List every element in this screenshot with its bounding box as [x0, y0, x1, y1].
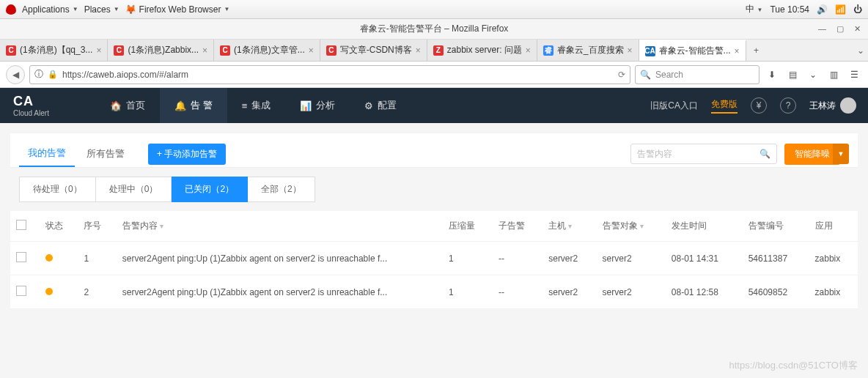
maximize-button[interactable]: ▢ [836, 24, 844, 34]
nav-icon: 📊 [300, 100, 312, 111]
downloads-icon[interactable]: ⬇ [764, 70, 780, 80]
favicon: CA [645, 46, 655, 56]
col-content[interactable]: 告警内容▾ [117, 211, 443, 242]
row-checkbox[interactable] [16, 252, 26, 262]
add-alarm-button[interactable]: + 手动添加告警 [148, 144, 226, 165]
places-menu[interactable]: Places▼ [84, 4, 119, 15]
col-app: 应用 [809, 211, 858, 242]
filter-icon[interactable]: ▾ [160, 222, 163, 230]
close-icon[interactable]: × [202, 45, 207, 56]
nav-item[interactable]: 📊分析 [285, 88, 350, 123]
search-icon: 🔍 [760, 149, 770, 159]
search-icon: 🔍 [640, 70, 651, 80]
close-icon[interactable]: × [628, 45, 633, 56]
avatar [840, 97, 856, 114]
nav-item[interactable]: ≡集成 [227, 88, 286, 123]
network-icon[interactable]: 📶 [835, 4, 846, 15]
alarm-subnav: 我的告警 所有告警 + 手动添加告警 告警内容 🔍 智能降噪 ▼ [10, 133, 858, 168]
redhat-icon [6, 4, 16, 15]
menu-icon[interactable]: ☰ [846, 70, 862, 80]
nav-icon: 🔔 [174, 100, 186, 111]
browser-tab[interactable]: Zzabbix server: 问题× [427, 40, 537, 61]
status-dot [45, 288, 53, 295]
filter-icon[interactable]: ▾ [568, 222, 572, 230]
status-filter: 待处理（0）处理中（0）已关闭（2）全部（2） [0, 168, 868, 211]
close-icon[interactable]: × [735, 46, 740, 56]
tab-label: zabbix server: 问题 [447, 44, 522, 56]
browser-tab[interactable]: C写文章-CSDN博客× [320, 40, 427, 61]
desktop-top-bar: Applications▼ Places▼ 🦊 Firefox Web Brow… [0, 0, 868, 19]
filter-button[interactable]: 全部（2） [248, 177, 315, 202]
table-row[interactable]: 2 server2Agent ping:Up (1)Zabbix agent o… [10, 275, 858, 309]
nav-item[interactable]: ⚙配置 [350, 88, 411, 123]
row-checkbox[interactable] [16, 286, 26, 296]
new-tab-button[interactable]: + [746, 40, 767, 61]
browser-tab[interactable]: C(1条消息)Zabbix...× [108, 40, 214, 61]
col-seq: 序号 [78, 211, 116, 242]
tab-label: 睿象云_百度搜索 [557, 44, 624, 56]
plan-free[interactable]: 免费版 [711, 98, 738, 114]
alarm-search-input[interactable]: 告警内容 🔍 [630, 144, 777, 164]
close-button[interactable]: ✕ [854, 24, 861, 34]
browser-tab[interactable]: 睿睿象云_百度搜索× [537, 40, 639, 61]
user-menu[interactable]: 王林涛 [809, 97, 856, 114]
volume-icon[interactable]: 🔊 [817, 4, 828, 15]
browser-search[interactable]: 🔍 Search [635, 65, 760, 84]
nav-item[interactable]: 🔔告 警 [160, 88, 227, 123]
app-logo[interactable]: CA Cloud Alert [0, 94, 95, 117]
browser-tab[interactable]: C(1条消息)【qq_3...× [0, 40, 108, 61]
power-icon[interactable]: ⏻ [853, 4, 862, 15]
col-id: 告警编号 [743, 211, 809, 242]
filter-button[interactable]: 已关闭（2） [172, 177, 248, 202]
help-icon[interactable]: ? [780, 97, 796, 114]
tab-all-alarms[interactable]: 所有告警 [78, 141, 133, 166]
nav-item[interactable]: 🏠首页 [95, 88, 160, 123]
close-icon[interactable]: × [526, 45, 531, 56]
close-icon[interactable]: × [416, 45, 421, 56]
nav-icon: ≡ [242, 100, 248, 111]
noise-reduction-button[interactable]: 智能降噪 [784, 144, 840, 165]
nav-icon: ⚙ [364, 100, 373, 111]
minimize-button[interactable]: — [818, 24, 826, 34]
browser-toolbar: ◀ ⓘ 🔒 https://caweb.aiops.com/#/alarm ⟳ … [0, 62, 868, 88]
watermark: https://blog.csdn@51CTO博客 [729, 359, 858, 372]
col-child: 子告警 [493, 211, 542, 242]
back-button[interactable]: ◀ [6, 65, 25, 84]
favicon: Z [433, 45, 444, 56]
browser-tab-strip: C(1条消息)【qq_3...×C(1条消息)Zabbix...×C(1条消息)… [0, 40, 868, 62]
legacy-link[interactable]: 旧版CA入口 [650, 100, 698, 112]
billing-icon[interactable]: ¥ [751, 97, 767, 114]
filter-button[interactable]: 处理中（0） [96, 177, 172, 202]
window-title: 睿象云-智能告警平台 – Mozilla Firefox [360, 23, 509, 35]
lock-icon: 🔒 [48, 70, 58, 79]
alarm-table: 状态 序号 告警内容▾ 压缩量 子告警 主机▾ 告警对象▾ 发生时间 告警编号 … [10, 211, 858, 309]
table-row[interactable]: 1 server2Agent ping:Up (1)Zabbix agent o… [10, 242, 858, 275]
browser-tab[interactable]: CA睿象云-智能告警...× [639, 40, 746, 61]
col-host[interactable]: 主机▾ [542, 211, 596, 242]
favicon: C [220, 45, 230, 56]
filter-icon[interactable]: ▾ [640, 222, 644, 230]
pocket-icon[interactable]: ⌄ [805, 70, 821, 80]
filter-button[interactable]: 待处理（0） [19, 177, 96, 202]
select-all-checkbox[interactable] [16, 220, 26, 230]
applications-menu[interactable]: Applications▼ [22, 4, 78, 15]
firefox-indicator[interactable]: 🦊 Firefox Web Browser ▼ [125, 4, 230, 15]
favicon: C [114, 45, 124, 56]
close-icon[interactable]: × [309, 45, 314, 56]
tab-label: (1条消息)Zabbix... [128, 44, 199, 56]
address-bar[interactable]: ⓘ 🔒 https://caweb.aiops.com/#/alarm ⟳ [29, 65, 630, 84]
nav-icon: 🏠 [110, 100, 122, 111]
col-compress: 压缩量 [443, 211, 493, 242]
input-method[interactable]: 中 ▼ [746, 3, 762, 15]
library-icon[interactable]: ▤ [784, 70, 801, 80]
col-target[interactable]: 告警对象▾ [597, 211, 666, 242]
refresh-icon[interactable]: ⟳ [618, 70, 625, 80]
close-icon[interactable]: × [96, 45, 101, 56]
tabs-dropdown[interactable]: ⌄ [853, 40, 868, 61]
info-icon[interactable]: ⓘ [34, 68, 43, 81]
sidebar-icon[interactable]: ▥ [825, 70, 842, 80]
tab-my-alarms[interactable]: 我的告警 [19, 141, 75, 167]
clock[interactable]: Tue 10:54 [770, 4, 809, 15]
browser-tab[interactable]: C(1条消息)文章管...× [214, 40, 320, 61]
noise-reduction-dropdown[interactable]: ▼ [833, 144, 849, 164]
